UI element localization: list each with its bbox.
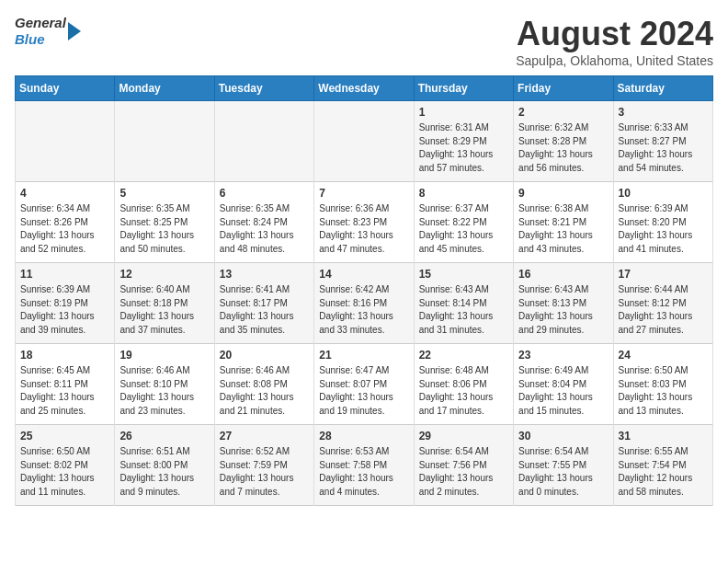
calendar-day-cell: 11 Sunrise: 6:39 AMSunset: 8:19 PMDaylig… bbox=[16, 263, 115, 344]
day-number: 31 bbox=[619, 430, 708, 442]
day-number: 8 bbox=[419, 187, 508, 200]
day-number: 21 bbox=[319, 349, 408, 362]
day-of-week-header: Wednesday bbox=[314, 76, 414, 101]
calendar-day-cell bbox=[115, 101, 214, 182]
calendar-day-cell: 15 Sunrise: 6:43 AMSunset: 8:14 PMDaylig… bbox=[414, 263, 513, 344]
logo-arrow-icon bbox=[68, 22, 81, 40]
calendar-week-row: 4 Sunrise: 6:34 AMSunset: 8:26 PMDayligh… bbox=[16, 182, 713, 263]
month-title: August 2024 bbox=[516, 15, 713, 53]
day-info: Sunrise: 6:44 AMSunset: 8:12 PMDaylight:… bbox=[619, 283, 708, 337]
day-info: Sunrise: 6:46 AMSunset: 8:10 PMDaylight:… bbox=[119, 364, 209, 418]
day-info: Sunrise: 6:50 AMSunset: 8:02 PMDaylight:… bbox=[20, 445, 109, 499]
day-number: 14 bbox=[319, 268, 408, 281]
calendar-body: 1 Sunrise: 6:31 AMSunset: 8:29 PMDayligh… bbox=[16, 101, 713, 506]
calendar-day-cell: 13 Sunrise: 6:41 AMSunset: 8:17 PMDaylig… bbox=[214, 263, 313, 344]
calendar-week-row: 18 Sunrise: 6:45 AMSunset: 8:11 PMDaylig… bbox=[16, 344, 713, 425]
calendar-day-cell: 31 Sunrise: 6:55 AMSunset: 7:54 PMDaylig… bbox=[613, 425, 712, 506]
calendar-day-cell bbox=[314, 101, 414, 182]
logo-text: General Blue bbox=[15, 15, 66, 48]
calendar-day-cell: 17 Sunrise: 6:44 AMSunset: 8:12 PMDaylig… bbox=[613, 263, 712, 344]
calendar-day-cell: 2 Sunrise: 6:32 AMSunset: 8:28 PMDayligh… bbox=[514, 101, 613, 182]
calendar-day-cell: 27 Sunrise: 6:52 AMSunset: 7:59 PMDaylig… bbox=[214, 425, 313, 506]
day-number: 9 bbox=[518, 187, 608, 200]
day-number: 4 bbox=[20, 187, 109, 200]
day-info: Sunrise: 6:52 AMSunset: 7:59 PMDaylight:… bbox=[220, 445, 309, 499]
day-info: Sunrise: 6:35 AMSunset: 8:25 PMDaylight:… bbox=[119, 202, 209, 256]
day-number: 26 bbox=[119, 430, 209, 442]
header: General Blue August 2024 Sapulpa, Oklaho… bbox=[15, 15, 713, 68]
calendar-day-cell: 20 Sunrise: 6:46 AMSunset: 8:08 PMDaylig… bbox=[214, 344, 313, 425]
calendar-day-cell: 12 Sunrise: 6:40 AMSunset: 8:18 PMDaylig… bbox=[115, 263, 214, 344]
day-of-week-header: Monday bbox=[115, 76, 214, 101]
day-info: Sunrise: 6:39 AMSunset: 8:20 PMDaylight:… bbox=[619, 202, 708, 256]
day-info: Sunrise: 6:31 AMSunset: 8:29 PMDaylight:… bbox=[419, 121, 508, 175]
day-number: 22 bbox=[419, 349, 508, 362]
location: Sapulpa, Oklahoma, United States bbox=[516, 53, 713, 68]
calendar-day-cell: 28 Sunrise: 6:53 AMSunset: 7:58 PMDaylig… bbox=[314, 425, 414, 506]
calendar-day-cell: 8 Sunrise: 6:37 AMSunset: 8:22 PMDayligh… bbox=[414, 182, 513, 263]
day-info: Sunrise: 6:38 AMSunset: 8:21 PMDaylight:… bbox=[518, 202, 608, 256]
calendar-day-cell bbox=[16, 101, 115, 182]
day-number: 7 bbox=[319, 187, 408, 200]
day-info: Sunrise: 6:47 AMSunset: 8:07 PMDaylight:… bbox=[319, 364, 408, 418]
calendar-day-cell bbox=[214, 101, 313, 182]
day-number: 1 bbox=[419, 106, 508, 119]
calendar-day-cell: 30 Sunrise: 6:54 AMSunset: 7:55 PMDaylig… bbox=[514, 425, 613, 506]
calendar-day-cell: 14 Sunrise: 6:42 AMSunset: 8:16 PMDaylig… bbox=[314, 263, 414, 344]
day-info: Sunrise: 6:55 AMSunset: 7:54 PMDaylight:… bbox=[619, 445, 708, 499]
day-of-week-header: Sunday bbox=[16, 76, 115, 101]
calendar-day-cell: 7 Sunrise: 6:36 AMSunset: 8:23 PMDayligh… bbox=[314, 182, 414, 263]
calendar-day-cell: 21 Sunrise: 6:47 AMSunset: 8:07 PMDaylig… bbox=[314, 344, 414, 425]
day-info: Sunrise: 6:35 AMSunset: 8:24 PMDaylight:… bbox=[220, 202, 309, 256]
day-of-week-header: Tuesday bbox=[214, 76, 313, 101]
day-of-week-header: Friday bbox=[514, 76, 613, 101]
calendar-day-cell: 5 Sunrise: 6:35 AMSunset: 8:25 PMDayligh… bbox=[115, 182, 214, 263]
day-of-week-header: Saturday bbox=[613, 76, 712, 101]
day-number: 10 bbox=[619, 187, 708, 200]
calendar-day-cell: 4 Sunrise: 6:34 AMSunset: 8:26 PMDayligh… bbox=[16, 182, 115, 263]
day-number: 16 bbox=[518, 268, 608, 281]
calendar-week-row: 1 Sunrise: 6:31 AMSunset: 8:29 PMDayligh… bbox=[16, 101, 713, 182]
calendar-day-cell: 25 Sunrise: 6:50 AMSunset: 8:02 PMDaylig… bbox=[16, 425, 115, 506]
day-info: Sunrise: 6:40 AMSunset: 8:18 PMDaylight:… bbox=[119, 283, 209, 337]
calendar-header-row: SundayMondayTuesdayWednesdayThursdayFrid… bbox=[16, 76, 713, 101]
day-info: Sunrise: 6:36 AMSunset: 8:23 PMDaylight:… bbox=[319, 202, 408, 256]
calendar-day-cell: 16 Sunrise: 6:43 AMSunset: 8:13 PMDaylig… bbox=[514, 263, 613, 344]
calendar-day-cell: 18 Sunrise: 6:45 AMSunset: 8:11 PMDaylig… bbox=[16, 344, 115, 425]
day-number: 13 bbox=[220, 268, 309, 281]
day-number: 30 bbox=[518, 430, 608, 442]
day-info: Sunrise: 6:41 AMSunset: 8:17 PMDaylight:… bbox=[220, 283, 309, 337]
calendar-day-cell: 22 Sunrise: 6:48 AMSunset: 8:06 PMDaylig… bbox=[414, 344, 513, 425]
day-info: Sunrise: 6:37 AMSunset: 8:22 PMDaylight:… bbox=[419, 202, 508, 256]
calendar-day-cell: 23 Sunrise: 6:49 AMSunset: 8:04 PMDaylig… bbox=[514, 344, 613, 425]
day-info: Sunrise: 6:42 AMSunset: 8:16 PMDaylight:… bbox=[319, 283, 408, 337]
day-info: Sunrise: 6:53 AMSunset: 7:58 PMDaylight:… bbox=[319, 445, 408, 499]
day-number: 19 bbox=[119, 349, 209, 362]
day-info: Sunrise: 6:50 AMSunset: 8:03 PMDaylight:… bbox=[619, 364, 708, 418]
day-info: Sunrise: 6:49 AMSunset: 8:04 PMDaylight:… bbox=[518, 364, 608, 418]
day-number: 29 bbox=[419, 430, 508, 442]
logo: General Blue bbox=[15, 15, 81, 48]
calendar-day-cell: 19 Sunrise: 6:46 AMSunset: 8:10 PMDaylig… bbox=[115, 344, 214, 425]
day-number: 11 bbox=[20, 268, 109, 281]
calendar-day-cell: 29 Sunrise: 6:54 AMSunset: 7:56 PMDaylig… bbox=[414, 425, 513, 506]
calendar-week-row: 11 Sunrise: 6:39 AMSunset: 8:19 PMDaylig… bbox=[16, 263, 713, 344]
calendar-day-cell: 24 Sunrise: 6:50 AMSunset: 8:03 PMDaylig… bbox=[613, 344, 712, 425]
day-info: Sunrise: 6:48 AMSunset: 8:06 PMDaylight:… bbox=[419, 364, 508, 418]
day-number: 28 bbox=[319, 430, 408, 442]
day-number: 15 bbox=[419, 268, 508, 281]
day-number: 6 bbox=[220, 187, 309, 200]
day-info: Sunrise: 6:46 AMSunset: 8:08 PMDaylight:… bbox=[220, 364, 309, 418]
calendar-table: SundayMondayTuesdayWednesdayThursdayFrid… bbox=[15, 75, 713, 506]
day-info: Sunrise: 6:33 AMSunset: 8:27 PMDaylight:… bbox=[619, 121, 708, 175]
day-number: 23 bbox=[518, 349, 608, 362]
calendar-day-cell: 9 Sunrise: 6:38 AMSunset: 8:21 PMDayligh… bbox=[514, 182, 613, 263]
day-number: 12 bbox=[119, 268, 209, 281]
day-of-week-header: Thursday bbox=[414, 76, 513, 101]
day-number: 17 bbox=[619, 268, 708, 281]
day-number: 24 bbox=[619, 349, 708, 362]
day-info: Sunrise: 6:39 AMSunset: 8:19 PMDaylight:… bbox=[20, 283, 109, 337]
day-info: Sunrise: 6:43 AMSunset: 8:13 PMDaylight:… bbox=[518, 283, 608, 337]
day-number: 27 bbox=[220, 430, 309, 442]
calendar-day-cell: 26 Sunrise: 6:51 AMSunset: 8:00 PMDaylig… bbox=[115, 425, 214, 506]
